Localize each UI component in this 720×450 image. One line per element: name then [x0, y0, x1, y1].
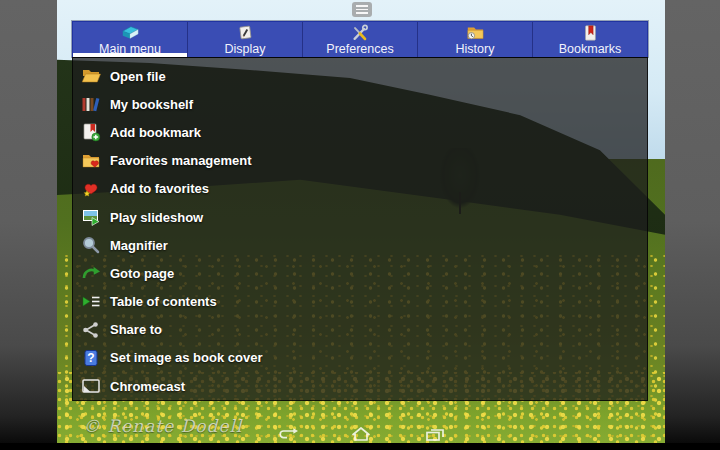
tab-label: Preferences: [326, 42, 393, 56]
tab-label: History: [456, 42, 495, 56]
tab-main-menu[interactable]: Main menu: [73, 22, 187, 57]
menu-item-add-bookmark[interactable]: Add bookmark: [73, 118, 647, 146]
android-navbar: [57, 424, 665, 443]
goto-arrow-icon: [80, 263, 101, 283]
tab-label: Bookmarks: [559, 42, 622, 56]
tab-preferences[interactable]: Preferences: [302, 22, 417, 57]
menu-item-open-file[interactable]: Open file: [73, 62, 647, 90]
menu-item-label: Magnifier: [110, 238, 168, 253]
tab-label: Display: [225, 42, 266, 56]
share-icon: [80, 320, 101, 340]
menu-item-label: Add bookmark: [110, 125, 201, 140]
menu-item-label: Goto page: [110, 266, 174, 281]
tablet-frame: Main menu Display: [0, 0, 720, 450]
menu-item-label: Open file: [110, 69, 166, 84]
menu-item-favorites-management[interactable]: Favorites management: [73, 147, 647, 175]
menu-item-label: Add to favorites: [110, 181, 209, 196]
menu-item-chromecast[interactable]: Chromecast: [73, 372, 647, 400]
open-folder-icon: [80, 66, 101, 86]
tab-history[interactable]: History: [417, 22, 532, 57]
menu-item-label: Table of contents: [110, 294, 217, 309]
book-icon: [118, 24, 142, 42]
menu-tab-bar: Main menu Display: [72, 21, 648, 57]
home-icon[interactable]: [346, 425, 376, 443]
menu-item-label: Chromecast: [110, 379, 185, 394]
tablet-bezel-left: [0, 0, 57, 443]
question-badge-icon: ?: [80, 348, 101, 368]
add-bookmark-icon: [80, 122, 101, 142]
menu-item-label: Share to: [110, 322, 162, 337]
tab-display[interactable]: Display: [187, 22, 302, 57]
menu-item-play-slideshow[interactable]: Play slideshow: [73, 203, 647, 231]
note-pencil-icon: [233, 24, 257, 42]
bookshelf-icon: [80, 94, 101, 114]
menu-item-label: Favorites management: [110, 153, 252, 168]
back-icon[interactable]: [272, 425, 302, 443]
menu-item-my-bookshelf[interactable]: My bookshelf: [73, 90, 647, 118]
screen-bottom-edge: [0, 443, 720, 450]
cast-icon: [80, 376, 101, 396]
menu-item-label: Play slideshow: [110, 210, 203, 225]
folder-clock-icon: [463, 24, 487, 42]
menu-item-magnifier[interactable]: Magnifier: [73, 231, 647, 259]
menu-item-add-to-favorites[interactable]: Add to favorites: [73, 175, 647, 203]
menu-item-share-to[interactable]: Share to: [73, 316, 647, 344]
recents-icon[interactable]: [420, 425, 450, 443]
menu-item-goto-page[interactable]: Goto page: [73, 259, 647, 287]
main-menu-panel: Open file My bookshelf: [72, 57, 648, 401]
bookmark-page-icon: [578, 24, 602, 42]
tab-bookmarks[interactable]: Bookmarks: [532, 22, 647, 57]
menu-item-set-book-cover[interactable]: ? Set image as book cover: [73, 344, 647, 372]
tablet-bezel-right: [665, 0, 720, 443]
favorites-folder-icon: [80, 151, 101, 171]
magnifier-icon: [80, 235, 101, 255]
hamburger-hint-icon[interactable]: [352, 2, 372, 17]
menu-item-label: My bookshelf: [110, 97, 193, 112]
toc-list-icon: [80, 292, 101, 312]
menu-item-label: Set image as book cover: [110, 350, 262, 365]
slideshow-play-icon: [80, 207, 101, 227]
menu-item-table-of-contents[interactable]: Table of contents: [73, 288, 647, 316]
heart-star-icon: [80, 179, 101, 199]
crossed-tools-icon: [348, 24, 372, 42]
svg-text:?: ?: [87, 351, 94, 365]
app-screen: Main menu Display: [57, 0, 665, 443]
